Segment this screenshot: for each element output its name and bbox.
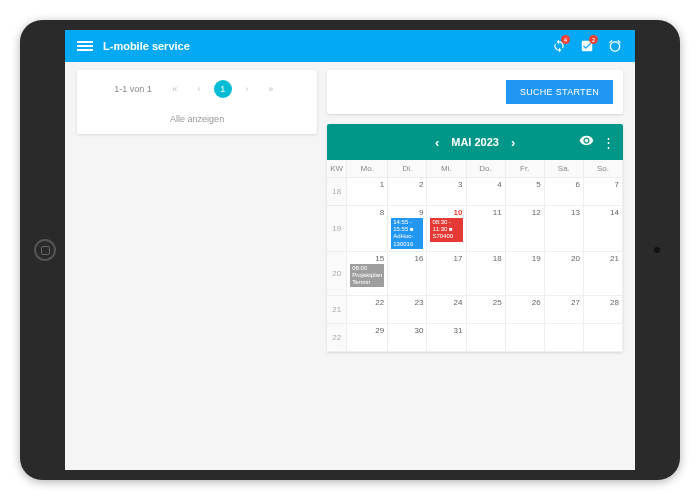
cal-day-cell[interactable]: 26 bbox=[506, 296, 545, 324]
day-number: 4 bbox=[470, 180, 502, 189]
cal-day-cell[interactable]: 4 bbox=[467, 178, 506, 206]
cal-week-num: 22 bbox=[327, 324, 347, 352]
cal-day-cell[interactable] bbox=[467, 324, 506, 352]
alarm-icon[interactable] bbox=[607, 38, 623, 54]
right-panel: SUCHE STARTEN ‹ MAI 2023 › ⋮ bbox=[327, 70, 623, 462]
day-number: 3 bbox=[430, 180, 462, 189]
cal-day-header: Sa. bbox=[545, 160, 584, 178]
page-prev[interactable]: ‹ bbox=[190, 80, 208, 98]
cal-day-cell[interactable]: 18 bbox=[467, 252, 506, 296]
cal-day-cell[interactable]: 28 bbox=[584, 296, 623, 324]
search-card: SUCHE STARTEN bbox=[327, 70, 623, 114]
cal-day-cell[interactable]: 30 bbox=[388, 324, 427, 352]
day-number: 9 bbox=[391, 208, 423, 217]
tasks-badge: 2 bbox=[589, 35, 598, 44]
app-title: L-mobile service bbox=[103, 40, 190, 52]
day-number: 31 bbox=[430, 326, 462, 335]
calendar-title: MAI 2023 bbox=[451, 136, 499, 148]
cal-day-cell[interactable]: 7 bbox=[584, 178, 623, 206]
sync-badge: 4 bbox=[561, 35, 570, 44]
cal-day-cell[interactable]: 8 bbox=[347, 206, 388, 252]
cal-day-cell[interactable]: 914:55 - 15:55 ■ AdHoc-130016 bbox=[388, 206, 427, 252]
day-number: 8 bbox=[350, 208, 384, 217]
eye-icon[interactable] bbox=[579, 133, 594, 151]
cal-day-cell[interactable]: 11 bbox=[467, 206, 506, 252]
calendar-event[interactable]: 14:55 - 15:55 ■ AdHoc-130016 bbox=[391, 218, 423, 249]
cal-day-cell[interactable]: 1008:30 - 11:30 ■ S70400 bbox=[427, 206, 466, 252]
cal-day-cell[interactable]: 1508:00 Projektplan Termin bbox=[347, 252, 388, 296]
camera bbox=[654, 247, 660, 253]
calendar-nav: ‹ MAI 2023 › bbox=[435, 135, 515, 150]
cal-day-header: Mo. bbox=[347, 160, 388, 178]
cal-day-cell[interactable] bbox=[584, 324, 623, 352]
menu-icon[interactable] bbox=[77, 39, 93, 53]
cal-day-cell[interactable]: 23 bbox=[388, 296, 427, 324]
cal-day-cell[interactable]: 20 bbox=[545, 252, 584, 296]
page-current[interactable]: 1 bbox=[214, 80, 232, 98]
cal-day-cell[interactable]: 27 bbox=[545, 296, 584, 324]
cal-week-num: 19 bbox=[327, 206, 347, 252]
calendar-event[interactable]: 08:00 Projektplan Termin bbox=[350, 264, 384, 288]
cal-day-cell[interactable]: 12 bbox=[506, 206, 545, 252]
cal-day-cell[interactable]: 31 bbox=[427, 324, 466, 352]
cal-day-cell[interactable] bbox=[545, 324, 584, 352]
sync-icon[interactable]: 4 bbox=[551, 38, 567, 54]
cal-day-cell[interactable]: 2 bbox=[388, 178, 427, 206]
day-number: 11 bbox=[470, 208, 502, 217]
more-icon[interactable]: ⋮ bbox=[602, 135, 615, 150]
cal-next-icon[interactable]: › bbox=[511, 135, 515, 150]
search-button[interactable]: SUCHE STARTEN bbox=[506, 80, 613, 104]
cal-day-cell[interactable]: 29 bbox=[347, 324, 388, 352]
day-number: 5 bbox=[509, 180, 541, 189]
cal-day-cell[interactable]: 1 bbox=[347, 178, 388, 206]
cal-day-cell[interactable]: 25 bbox=[467, 296, 506, 324]
day-number: 14 bbox=[587, 208, 619, 217]
cal-day-cell[interactable]: 21 bbox=[584, 252, 623, 296]
page-next[interactable]: › bbox=[238, 80, 256, 98]
cal-day-header: So. bbox=[584, 160, 623, 178]
cal-day-cell[interactable]: 16 bbox=[388, 252, 427, 296]
list-card: 1-1 von 1 « ‹ 1 › » Alle anzeigen bbox=[77, 70, 317, 134]
cal-kw-label: KW bbox=[327, 160, 347, 178]
day-number: 20 bbox=[548, 254, 580, 263]
cal-day-cell[interactable]: 3 bbox=[427, 178, 466, 206]
cal-week-num: 20 bbox=[327, 252, 347, 296]
day-number: 24 bbox=[430, 298, 462, 307]
day-number: 21 bbox=[587, 254, 619, 263]
tablet-frame: L-mobile service 4 2 1-1 von bbox=[20, 20, 680, 480]
cal-day-cell[interactable]: 5 bbox=[506, 178, 545, 206]
day-number: 17 bbox=[430, 254, 462, 263]
day-number: 19 bbox=[509, 254, 541, 263]
day-number: 18 bbox=[470, 254, 502, 263]
day-number: 7 bbox=[587, 180, 619, 189]
cal-day-cell[interactable]: 24 bbox=[427, 296, 466, 324]
top-bar: L-mobile service 4 2 bbox=[65, 30, 635, 62]
home-button[interactable] bbox=[34, 239, 56, 261]
cal-day-header: Do. bbox=[467, 160, 506, 178]
calendar: ‹ MAI 2023 › ⋮ KWMo.Di.Mi.Do.Fr.Sa.So.18… bbox=[327, 124, 623, 352]
page-last[interactable]: » bbox=[262, 80, 280, 98]
content: 1-1 von 1 « ‹ 1 › » Alle anzeigen SUCHE … bbox=[65, 62, 635, 470]
day-number: 26 bbox=[509, 298, 541, 307]
day-number: 10 bbox=[430, 208, 462, 217]
cal-day-header: Di. bbox=[388, 160, 427, 178]
cal-day-cell[interactable]: 22 bbox=[347, 296, 388, 324]
cal-day-cell[interactable]: 13 bbox=[545, 206, 584, 252]
cal-day-header: Mi. bbox=[427, 160, 466, 178]
cal-prev-icon[interactable]: ‹ bbox=[435, 135, 439, 150]
day-number: 23 bbox=[391, 298, 423, 307]
cal-week-num: 21 bbox=[327, 296, 347, 324]
top-actions: 4 2 bbox=[551, 38, 623, 54]
day-number: 30 bbox=[391, 326, 423, 335]
page-first[interactable]: « bbox=[166, 80, 184, 98]
cal-day-cell[interactable]: 6 bbox=[545, 178, 584, 206]
cal-day-cell[interactable]: 14 bbox=[584, 206, 623, 252]
cal-day-cell[interactable]: 17 bbox=[427, 252, 466, 296]
cal-day-cell[interactable]: 19 bbox=[506, 252, 545, 296]
tasks-icon[interactable]: 2 bbox=[579, 38, 595, 54]
show-all-link[interactable]: Alle anzeigen bbox=[87, 114, 307, 124]
day-number: 13 bbox=[548, 208, 580, 217]
calendar-event[interactable]: 08:30 - 11:30 ■ S70400 bbox=[430, 218, 462, 242]
cal-day-cell[interactable] bbox=[506, 324, 545, 352]
day-number: 1 bbox=[350, 180, 384, 189]
